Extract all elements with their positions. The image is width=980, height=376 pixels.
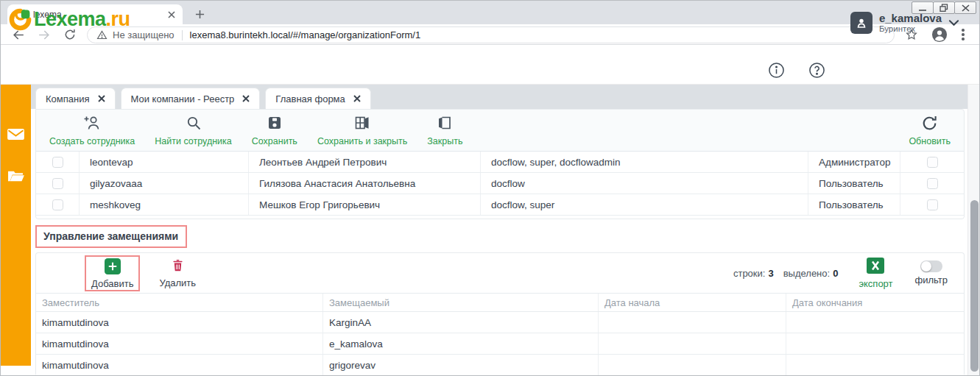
cell-substitute: kimamutdinova bbox=[36, 312, 322, 333]
main-content: Компания Мои компании - Реестр Главная ф… bbox=[31, 85, 967, 376]
employees-grid: leontevap Леонтьев Андрей Петрович docfl… bbox=[36, 151, 964, 219]
tab-close-icon[interactable] bbox=[353, 95, 361, 102]
scrollbar-thumb[interactable] bbox=[970, 200, 979, 372]
user-avatar bbox=[850, 12, 873, 34]
add-button-annotation: Добавить bbox=[85, 255, 140, 291]
chevron-down-icon bbox=[948, 19, 959, 26]
save-and-close-button[interactable]: Сохранить и закрыть bbox=[317, 114, 407, 146]
selected-count-label: выделено: bbox=[783, 268, 830, 279]
omnibox-divider bbox=[182, 30, 183, 40]
button-label: Создать сотрудника bbox=[49, 136, 135, 146]
cell-login: meshkoveg bbox=[79, 194, 248, 215]
mail-icon[interactable] bbox=[0, 121, 31, 146]
app-header bbox=[0, 45, 980, 85]
user-organization: Буринтех bbox=[879, 24, 942, 34]
cell-full-name: Леонтьев Андрей Петрович bbox=[248, 152, 480, 172]
add-button[interactable]: Добавить bbox=[91, 258, 133, 289]
button-label: Удалить bbox=[159, 277, 196, 288]
find-employee-button[interactable]: Найти сотрудника bbox=[155, 114, 231, 146]
tab-company[interactable]: Компания bbox=[35, 88, 116, 109]
button-label: Добавить bbox=[91, 278, 133, 289]
save-close-icon bbox=[353, 114, 371, 135]
cell-role-type: Пользователь bbox=[808, 173, 900, 194]
row-checkbox[interactable] bbox=[927, 199, 938, 210]
cell-date-start bbox=[598, 333, 786, 354]
rows-count-label: строки: bbox=[733, 268, 765, 279]
substitution-section: Управление замещениями bbox=[35, 225, 967, 248]
grid-header-row: Заместитель Замещаемый Дата начала Дата … bbox=[36, 293, 964, 312]
cell-role-type: Администратор bbox=[808, 152, 900, 172]
row-checkbox[interactable] bbox=[52, 178, 63, 189]
table-row[interactable]: meshkoveg Мешков Егор Григорьевич docflo… bbox=[36, 194, 964, 216]
browser-tab-close-icon[interactable] bbox=[168, 11, 175, 18]
tab-close-icon[interactable] bbox=[242, 95, 250, 102]
filter-control: фильтр bbox=[915, 260, 948, 285]
section-title: Управление замещениями bbox=[43, 230, 178, 242]
plus-icon bbox=[105, 258, 121, 277]
cell-substitute: kimamutdinova bbox=[36, 355, 322, 375]
cell-substituted: KarginAA bbox=[322, 312, 598, 333]
selected-count-value: 0 bbox=[833, 268, 838, 279]
table-row[interactable]: kimamutdinova grigorevav bbox=[36, 355, 964, 376]
employees-panel: Создать сотрудника Найти сотрудника Сохр… bbox=[35, 109, 965, 219]
user-menu[interactable]: e_kamalova Буринтех bbox=[850, 12, 959, 34]
tab-label: Компания bbox=[46, 93, 90, 104]
info-icon[interactable] bbox=[767, 61, 785, 79]
tab-main-form[interactable]: Главная форма bbox=[265, 88, 370, 109]
column-header[interactable]: Заместитель bbox=[36, 294, 322, 311]
browser-window: lexema Не защищено lexema8.burintekh.loc… bbox=[0, 0, 980, 376]
filter-toggle[interactable] bbox=[920, 260, 942, 272]
not-secure-warning-icon bbox=[96, 29, 107, 40]
excel-export-icon bbox=[867, 258, 884, 277]
export-button[interactable]: экспорт bbox=[859, 258, 892, 289]
cell-substituted: grigorevav bbox=[322, 355, 598, 375]
filter-label: фильтр bbox=[915, 274, 948, 285]
search-icon bbox=[185, 114, 202, 135]
new-tab-button[interactable] bbox=[191, 6, 208, 22]
cell-date-end bbox=[786, 333, 964, 354]
button-label: экспорт bbox=[859, 278, 892, 289]
lexema-logo[interactable]: Lexema.ru bbox=[9, 8, 130, 31]
vertical-scrollbar[interactable] bbox=[967, 85, 980, 376]
cell-full-name: Гилязова Анастасия Анатольевна bbox=[248, 173, 480, 194]
delete-button[interactable]: Удалить bbox=[159, 258, 196, 288]
section-title-annotation: Управление замещениями bbox=[35, 225, 187, 248]
save-button[interactable]: Сохранить bbox=[252, 114, 297, 146]
column-header[interactable]: Дата окончания bbox=[786, 294, 964, 311]
close-form-button[interactable]: Закрыть bbox=[427, 114, 462, 146]
table-row[interactable]: leontevap Леонтьев Андрей Петрович docfl… bbox=[36, 152, 964, 173]
help-icon[interactable] bbox=[808, 61, 825, 79]
cell-full-name: Мешков Егор Григорьевич bbox=[248, 194, 480, 215]
folder-icon[interactable] bbox=[0, 163, 31, 188]
table-row[interactable]: gilyazovaaa Гилязова Анастасия Анатольев… bbox=[36, 173, 964, 194]
browser-titlebar: lexema bbox=[0, 0, 980, 24]
app-sidebar bbox=[0, 85, 31, 366]
cell-login: gilyazovaaa bbox=[79, 173, 248, 194]
cell-substituted: e_kamalova bbox=[322, 333, 598, 354]
tab-label: Мои компании - Реестр bbox=[131, 93, 235, 104]
column-header[interactable]: Замещаемый bbox=[322, 294, 598, 311]
table-row[interactable]: kimamutdinova KarginAA bbox=[36, 312, 964, 333]
row-checkbox[interactable] bbox=[52, 157, 63, 168]
refresh-button[interactable]: Обновить bbox=[909, 114, 951, 146]
create-employee-button[interactable]: Создать сотрудника bbox=[49, 114, 135, 146]
substitutions-toolbar: Добавить Удалить строки:3 выделено:0 экс… bbox=[36, 253, 964, 293]
table-row[interactable]: kimamutdinova e_kamalova bbox=[36, 333, 964, 355]
tab-my-companies-registry[interactable]: Мои компании - Реестр bbox=[121, 88, 261, 109]
cell-role-type: Пользователь bbox=[808, 194, 900, 215]
door-icon bbox=[437, 114, 453, 135]
row-checkbox[interactable] bbox=[52, 199, 63, 210]
tab-close-icon[interactable] bbox=[98, 95, 105, 102]
column-header[interactable]: Дата начала bbox=[598, 294, 786, 311]
security-status-label: Не защищено bbox=[113, 29, 175, 40]
save-icon bbox=[266, 114, 283, 135]
workspace-tabstrip: Компания Мои компании - Реестр Главная ф… bbox=[31, 85, 967, 109]
tab-label: Главная форма bbox=[275, 93, 345, 104]
rows-count-value: 3 bbox=[768, 268, 773, 279]
row-checkbox[interactable] bbox=[927, 178, 938, 189]
logo-text: Lexema.ru bbox=[34, 8, 130, 31]
person-add-icon bbox=[82, 114, 102, 135]
row-checkbox[interactable] bbox=[927, 157, 938, 168]
address-input[interactable]: Не защищено lexema8.burintekh.local/#/ma… bbox=[87, 26, 895, 43]
cell-substitute: kimamutdinova bbox=[36, 333, 322, 354]
